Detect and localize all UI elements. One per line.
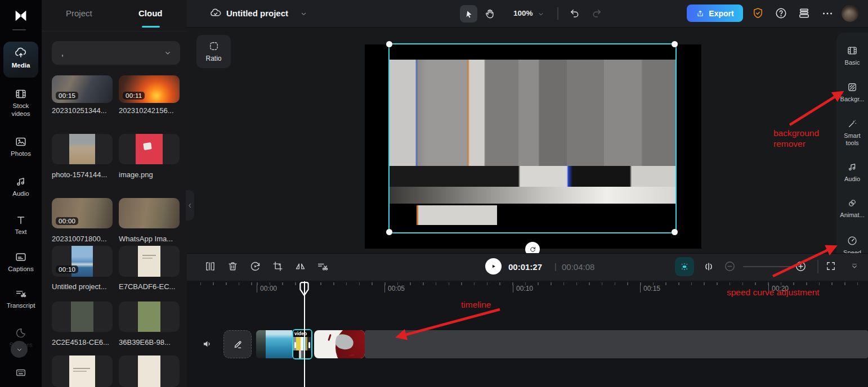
delete-button[interactable] — [227, 260, 239, 272]
ratio-button[interactable]: Ratio — [196, 35, 231, 68]
tool-basic[interactable]: Basic — [836, 45, 868, 66]
tab-project[interactable]: Project — [66, 8, 92, 18]
rail-scroll-down-button[interactable] — [11, 341, 28, 358]
zoom-level[interactable]: 100% — [513, 9, 533, 17]
tool-animation[interactable]: Animat... — [836, 197, 868, 219]
crop-button[interactable] — [272, 260, 284, 272]
sidebar-item-media[interactable]: Media — [0, 46, 42, 70]
tool-audio[interactable]: Audio — [836, 161, 868, 183]
sidebar-item-label: Media — [3, 62, 39, 70]
timeline-zoom-slider[interactable] — [743, 266, 793, 267]
undo-button[interactable] — [569, 7, 580, 19]
capcut-logo[interactable] — [12, 7, 30, 25]
thumbnail-image — [119, 198, 180, 228]
clip-mountain[interactable] — [256, 330, 266, 358]
snap-button[interactable] — [703, 260, 715, 273]
media-item-thumbnail[interactable]: 00:11 — [119, 75, 180, 103]
keyboard-icon[interactable] — [15, 366, 27, 379]
mirror-button[interactable] — [294, 260, 306, 272]
safety-shield-icon[interactable] — [751, 7, 764, 20]
selection-box[interactable] — [388, 43, 677, 233]
media-item-thumbnail[interactable] — [52, 302, 113, 332]
tab-cloud[interactable]: Cloud — [138, 8, 163, 18]
zoom-out-button[interactable] — [724, 260, 736, 272]
hand-tool-button[interactable] — [484, 7, 496, 19]
trash-icon — [227, 260, 239, 272]
sidebar-item-stock-videos[interactable]: Stock videos — [0, 88, 42, 118]
current-time: 00:01:27 — [508, 262, 542, 272]
thumbnail-image — [69, 134, 95, 164]
snap-icon — [703, 260, 715, 273]
selection-handle-tl[interactable] — [386, 41, 392, 47]
play-button[interactable] — [485, 258, 502, 274]
chevron-down-icon[interactable] — [299, 10, 308, 18]
export-label: Export — [709, 9, 733, 18]
magnet-sparkle-icon — [679, 261, 690, 272]
media-item-name: WhatsApp Ima... — [119, 235, 181, 243]
playhead-marker[interactable] — [299, 282, 309, 296]
plus-circle-icon — [795, 260, 807, 272]
clip-ocean[interactable] — [266, 330, 292, 358]
sidebar-item-captions[interactable]: Captions — [0, 251, 42, 273]
tool-smart-tools[interactable]: Smart tools — [836, 118, 868, 147]
media-item-thumbnail[interactable] — [52, 356, 113, 387]
clip-selected[interactable]: video — [292, 329, 312, 359]
selection-handle-tr[interactable] — [672, 41, 678, 47]
cover-edit-button[interactable] — [223, 330, 252, 358]
sidebar-item-text[interactable]: Text — [0, 214, 42, 236]
toolbar-divider — [817, 260, 818, 273]
redo-button[interactable] — [591, 7, 603, 19]
auto-arrange-toggle[interactable] — [675, 257, 694, 276]
play-icon — [489, 262, 498, 271]
cloud-space-dropdown[interactable]: , — [52, 41, 180, 65]
media-item-thumbnail[interactable] — [119, 246, 180, 277]
reverse-button[interactable] — [249, 260, 261, 272]
sidebar-item-label: Audio — [3, 190, 39, 198]
media-item-thumbnail[interactable] — [52, 134, 113, 164]
duration-badge: 00:10 — [56, 266, 78, 273]
media-item-name: E7CBADF6-EC... — [119, 282, 181, 291]
project-title[interactable]: Untitled project — [226, 8, 288, 18]
sidebar-item-photos[interactable]: Photos — [0, 136, 42, 158]
media-item-name: 36B39E6B-98... — [119, 338, 181, 346]
sidebar-item-transcript[interactable]: Transcript — [0, 287, 42, 310]
dashed-square-icon — [208, 40, 220, 52]
media-item-thumbnail[interactable]: 00:00 — [52, 198, 113, 228]
clip-map[interactable] — [314, 330, 365, 358]
media-item-name: photo-1574144... — [52, 170, 114, 179]
trim-handle-left[interactable] — [294, 342, 296, 348]
more-options-icon[interactable] — [821, 7, 834, 20]
media-item-thumbnail[interactable] — [119, 356, 180, 387]
text-icon — [15, 214, 27, 226]
media-item-thumbnail[interactable]: 00:10 — [52, 246, 113, 277]
media-item-thumbnail[interactable]: 00:15 — [52, 75, 113, 103]
fit-timeline-button[interactable] — [825, 260, 836, 272]
empty-track[interactable] — [365, 330, 868, 358]
chevron-down-icon[interactable] — [537, 10, 545, 18]
selection-handle-br[interactable] — [672, 229, 678, 235]
select-tool-button[interactable] — [460, 5, 477, 22]
export-button[interactable]: Export — [687, 4, 743, 22]
media-item-thumbnail[interactable] — [119, 198, 180, 228]
animation-icon — [847, 197, 858, 209]
chevron-left-icon — [186, 202, 194, 209]
split-button[interactable] — [204, 260, 216, 272]
extract-audio-button[interactable] — [316, 260, 329, 273]
right-tool-rail — [836, 33, 868, 264]
workspace-drawer-icon[interactable] — [798, 7, 811, 20]
media-item-thumbnail[interactable] — [119, 302, 180, 332]
tool-background[interactable]: Backgr... — [836, 82, 868, 103]
avatar[interactable] — [842, 5, 858, 22]
trim-handle-right[interactable] — [308, 342, 310, 348]
playhead-line[interactable] — [304, 281, 305, 387]
mute-track-button[interactable] — [202, 338, 213, 350]
media-item-thumbnail[interactable] — [119, 134, 180, 164]
sidebar-item-audio[interactable]: Audio — [0, 176, 42, 198]
collapse-preview-button[interactable] — [850, 262, 859, 271]
selection-handle-bl[interactable] — [386, 229, 392, 235]
ruler-label: 00:15 — [640, 285, 660, 292]
help-icon[interactable] — [775, 7, 788, 20]
zoom-in-button[interactable] — [795, 260, 807, 272]
media-item-name: 202310071800... — [52, 235, 114, 243]
panel-collapse-handle[interactable] — [186, 190, 194, 220]
